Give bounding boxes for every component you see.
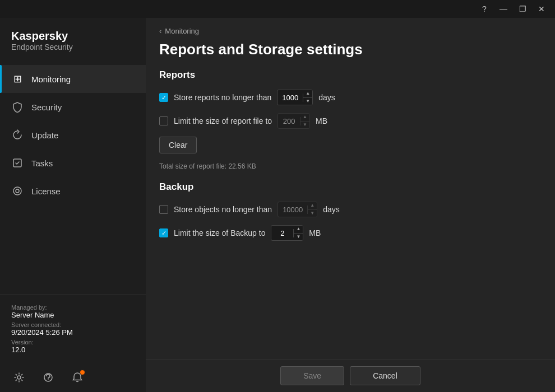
store-objects-value: 10000 (278, 206, 308, 214)
titlebar: ? — ❐ ✕ (0, 0, 555, 18)
limit-report-value: 200 (278, 117, 300, 125)
sidebar-item-label: Update (31, 130, 58, 140)
store-reports-row: Store reports no longer than 1000 ▲ ▼ da… (159, 90, 542, 105)
version-label: Version: (11, 339, 135, 346)
limit-backup-unit: MB (309, 228, 321, 237)
limit-backup-arrows: ▲ ▼ (294, 226, 303, 240)
backup-section: Backup Store objects no longer than 1000… (159, 181, 542, 241)
support-icon-button[interactable] (40, 370, 56, 385)
store-objects-checkbox-wrapper[interactable] (159, 205, 168, 214)
app-body: Kaspersky Endpoint Security ⊞ Monitoring… (0, 18, 555, 392)
app-subtitle: Endpoint Security (11, 43, 135, 52)
sidebar-item-tasks[interactable]: Tasks (0, 149, 146, 177)
limit-report-size-row: Limit the size of report file to 200 ▲ ▼… (159, 113, 542, 129)
app-name: Kaspersky (11, 29, 135, 43)
sidebar-item-label: Monitoring (31, 74, 71, 84)
sidebar-item-monitoring[interactable]: ⊞ Monitoring (0, 65, 146, 93)
store-reports-spinner[interactable]: 1000 ▲ ▼ (277, 90, 313, 105)
help-button[interactable]: ? (475, 1, 493, 17)
backup-section-title: Backup (159, 181, 542, 193)
store-objects-up: ▲ (308, 202, 317, 210)
reports-section: Reports Store reports no longer than 100… (159, 69, 542, 170)
connected-label: Server connected: (11, 321, 135, 328)
minimize-button[interactable]: — (494, 1, 512, 17)
sidebar-item-label: License (31, 186, 61, 196)
store-objects-unit: days (323, 205, 340, 214)
sidebar-item-label: Tasks (31, 158, 53, 168)
store-objects-row: Store objects no longer than 10000 ▲ ▼ d… (159, 202, 542, 217)
limit-report-up: ▲ (300, 114, 309, 122)
license-icon (11, 185, 24, 197)
limit-backup-checkbox-wrapper[interactable] (159, 228, 168, 237)
bottom-bar: Save Cancel (146, 359, 555, 392)
server-name: Server Name (11, 311, 135, 319)
update-icon (11, 129, 24, 141)
breadcrumb-text: Monitoring (165, 27, 199, 35)
content-header: ‹ Monitoring Reports and Storage setting… (146, 18, 555, 69)
svg-point-3 (17, 376, 21, 379)
cancel-button[interactable]: Cancel (350, 366, 420, 385)
sidebar-footer: Managed by: Server Name Server connected… (0, 295, 146, 363)
store-reports-checkbox-wrapper[interactable] (159, 93, 168, 102)
store-objects-checkbox[interactable] (159, 205, 168, 214)
clear-button[interactable]: Clear (159, 137, 197, 153)
sidebar-item-label: Security (31, 102, 62, 112)
svg-point-5 (48, 379, 49, 380)
limit-report-label: Limit the size of report file to (174, 116, 272, 125)
content-body: Reports Store reports no longer than 100… (146, 69, 555, 359)
managed-label: Managed by: (11, 304, 135, 311)
content-area: ‹ Monitoring Reports and Storage setting… (146, 18, 555, 392)
notifications-icon-button[interactable] (70, 370, 85, 385)
limit-report-arrows: ▲ ▼ (300, 114, 309, 128)
reports-section-title: Reports (159, 69, 542, 81)
sidebar-item-security[interactable]: Security (0, 93, 146, 121)
store-reports-down[interactable]: ▼ (303, 98, 312, 105)
sidebar-item-update[interactable]: Update (0, 121, 146, 149)
store-objects-down: ▼ (308, 210, 317, 217)
sidebar-bottom-icons (0, 363, 146, 392)
notification-badge (80, 370, 85, 375)
svg-point-1 (13, 187, 21, 195)
limit-backup-spinner[interactable]: 2 ▲ ▼ (271, 225, 303, 241)
limit-backup-down[interactable]: ▼ (294, 234, 303, 241)
page-title: Reports and Storage settings (159, 41, 542, 58)
total-size-label: Total size of report file: 22.56 KB (159, 162, 542, 170)
monitoring-icon: ⊞ (11, 73, 24, 85)
sidebar: Kaspersky Endpoint Security ⊞ Monitoring… (0, 18, 146, 392)
settings-icon-button[interactable] (11, 370, 27, 385)
back-arrow-icon: ‹ (159, 27, 161, 35)
store-reports-arrows: ▲ ▼ (303, 90, 312, 105)
maximize-button[interactable]: ❐ (514, 1, 531, 17)
svg-point-2 (16, 189, 19, 193)
store-reports-unit: days (318, 93, 335, 102)
close-button[interactable]: ✕ (533, 1, 551, 17)
limit-backup-value: 2 (271, 229, 294, 237)
sidebar-nav: ⊞ Monitoring Security Update (0, 65, 146, 295)
limit-backup-size-row: Limit the size of Backup to 2 ▲ ▼ MB (159, 225, 542, 241)
sidebar-item-license[interactable]: License (0, 177, 146, 205)
store-objects-label: Store objects no longer than (174, 205, 272, 214)
store-reports-up[interactable]: ▲ (303, 90, 312, 98)
limit-report-spinner: 200 ▲ ▼ (278, 113, 310, 129)
limit-report-unit: MB (316, 116, 327, 125)
store-reports-label: Store reports no longer than (174, 93, 271, 102)
brand: Kaspersky Endpoint Security (0, 18, 146, 65)
store-objects-spinner: 10000 ▲ ▼ (278, 202, 317, 217)
connected-value: 9/20/2024 5:26 PM (11, 328, 135, 337)
save-button[interactable]: Save (280, 366, 344, 385)
limit-report-checkbox-wrapper[interactable] (159, 116, 168, 125)
limit-backup-label: Limit the size of Backup to (174, 228, 265, 237)
breadcrumb[interactable]: ‹ Monitoring (159, 27, 542, 35)
limit-report-down: ▼ (300, 122, 309, 129)
shield-icon (11, 101, 24, 113)
limit-backup-checkbox[interactable] (159, 228, 168, 237)
store-reports-checkbox[interactable] (159, 93, 168, 102)
store-objects-arrows: ▲ ▼ (308, 202, 317, 217)
limit-backup-up[interactable]: ▲ (294, 226, 303, 234)
limit-report-checkbox[interactable] (159, 116, 168, 125)
version-value: 12.0 (11, 346, 135, 354)
store-reports-value: 1000 (278, 94, 303, 102)
tasks-icon (11, 157, 24, 169)
